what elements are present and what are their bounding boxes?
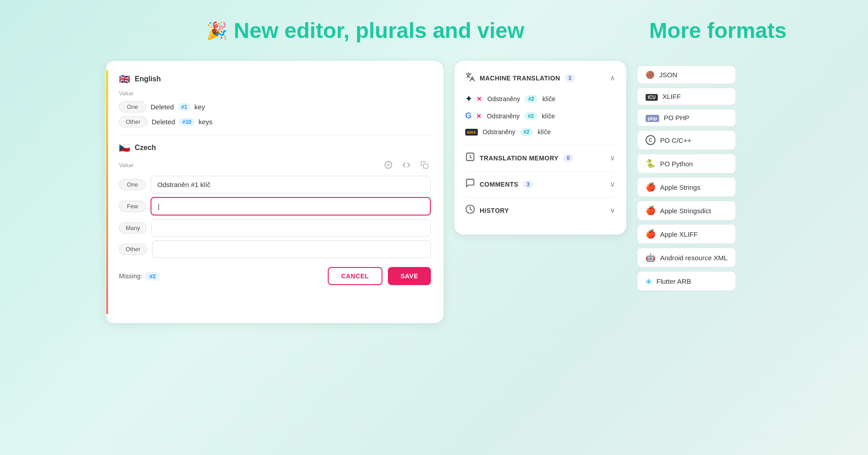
check-icon[interactable] — [382, 159, 395, 171]
comments-section[interactable]: COMMENTS 3 ∨ — [465, 178, 615, 190]
save-button[interactable]: SAVE — [388, 267, 431, 285]
mt-entry-google[interactable]: G ✕ Odstraněny #2 klíče — [465, 108, 615, 123]
english-key-other: keys — [198, 118, 212, 126]
format-apple-strings[interactable]: 🍎 Apple Strings — [637, 177, 736, 197]
cancel-button[interactable]: CANCEL — [328, 267, 382, 285]
comments-chevron: ∨ — [610, 180, 615, 188]
czech-value-label: Value — [119, 162, 133, 169]
czech-input-one[interactable] — [151, 176, 431, 193]
format-apple-strings-label: Apple Strings — [660, 183, 700, 191]
copy-icon[interactable] — [418, 159, 431, 171]
svg-rect-1 — [424, 164, 428, 169]
apple-stringsdict-icon: 🍎 — [646, 206, 656, 216]
english-badge-one: #1 — [178, 103, 191, 111]
format-apple-stringsdict[interactable]: 🍎 Apple Stringsdict — [637, 201, 736, 220]
mt-google-badge: #2 — [524, 112, 537, 120]
translation-memory-section[interactable]: TRANSLATION MEMORY 0 ∨ — [465, 152, 615, 164]
czech-tag-one: One — [119, 179, 146, 190]
english-lang-name: English — [135, 75, 161, 83]
format-icu-xliff-label: XLIFF — [662, 93, 681, 100]
english-deleted-one: Deleted — [151, 103, 174, 111]
machine-translation-title: MACHINE TRANSLATION — [480, 75, 560, 82]
format-json-label: JSON — [659, 71, 677, 79]
history-section[interactable]: HISTORY ∨ — [465, 204, 615, 216]
json-icon: 🟤 — [646, 70, 655, 79]
mt-entry-aws[interactable]: aws Odstraněny #2 klíče — [465, 125, 615, 139]
mt-deepl-text: Odstraněny — [487, 95, 520, 103]
translation-memory-count: 0 — [563, 154, 574, 162]
czech-plural-one: One — [119, 176, 431, 193]
php-icon: php — [646, 114, 659, 122]
c-icon: C — [646, 135, 656, 145]
czech-plural-few: Few — [119, 197, 431, 216]
comments-title: COMMENTS — [480, 181, 519, 188]
format-android-xml-label: Android resource XML — [660, 254, 727, 262]
machine-translation-count: 3 — [565, 74, 575, 82]
deepl-x-icon: ✕ — [476, 95, 482, 103]
mt-google-text: Odstraněny — [487, 113, 519, 120]
czech-input-few[interactable] — [151, 197, 431, 216]
format-apple-stringsdict-label: Apple Stringsdict — [660, 207, 711, 215]
czech-input-other[interactable] — [152, 240, 431, 258]
format-po-php[interactable]: php PO PHP — [637, 109, 736, 127]
english-plural-other: Other Deleted #10 keys — [119, 116, 431, 127]
python-icon: 🐍 — [646, 159, 656, 169]
code-icon[interactable] — [400, 159, 413, 171]
history-icon — [465, 204, 475, 216]
mt-deepl-suffix: klíče — [542, 95, 556, 103]
format-apple-xliff[interactable]: 🍎 Apple XLIFF — [637, 224, 736, 244]
more-formats-title: More formats — [649, 18, 787, 43]
format-apple-xliff-label: Apple XLIFF — [660, 230, 698, 238]
czech-plural-many: Many — [119, 219, 431, 237]
format-po-cpp[interactable]: C PO C/C++ — [637, 130, 736, 150]
czech-input-many[interactable] — [151, 219, 431, 237]
translation-memory-chevron: ∨ — [610, 154, 615, 162]
english-tag-one: One — [119, 101, 146, 113]
formats-section: 🟤 JSON ICU XLIFF php PO PHP C PO C/C++ — [637, 61, 764, 291]
format-flutter-arb[interactable]: ◈ Flutter ARB — [637, 271, 736, 291]
aws-icon: aws — [465, 129, 478, 136]
google-x-icon: ✕ — [476, 113, 481, 120]
missing-count: #2 — [145, 272, 160, 281]
history-title: HISTORY — [480, 207, 509, 214]
mt-aws-badge: #2 — [520, 128, 533, 136]
english-plural-one: One Deleted #1 key — [119, 101, 431, 113]
machine-translation-section[interactable]: MACHINE TRANSLATION 3 ∧ — [465, 72, 615, 84]
google-icon: G — [465, 111, 472, 121]
editor-panel: 🇬🇧 English Value One Deleted #1 key Othe… — [104, 61, 443, 323]
czech-lang-name: Czech — [135, 144, 156, 152]
missing-label: Missing: — [119, 272, 142, 280]
czech-flag: 🇨🇿 — [119, 142, 130, 153]
apple-strings-icon: 🍎 — [646, 182, 656, 192]
mt-google-suffix: klíče — [542, 113, 555, 120]
format-po-python[interactable]: 🐍 PO Python — [637, 154, 736, 174]
format-icu-xliff[interactable]: ICU XLIFF — [637, 88, 736, 105]
english-flag: 🇬🇧 — [119, 74, 130, 84]
english-badge-other: #10 — [179, 118, 195, 126]
translation-memory-title: TRANSLATION MEMORY — [480, 155, 559, 162]
flutter-icon: ◈ — [646, 276, 652, 286]
android-icon: 🤖 — [646, 253, 656, 263]
czech-tag-few: Few — [119, 201, 146, 212]
format-po-python-label: PO Python — [660, 160, 693, 168]
missing-indicator: Missing: #2 — [119, 272, 160, 281]
mt-entry-deepl[interactable]: ✦ ✕ Odstraněny #2 klíče — [465, 91, 615, 107]
format-json[interactable]: 🟤 JSON — [637, 66, 736, 84]
party-icon: 🎉 — [206, 21, 227, 41]
czech-plural-other: Other — [119, 240, 431, 258]
format-android-xml[interactable]: 🤖 Android resource XML — [637, 248, 736, 267]
format-po-cpp-label: PO C/C++ — [660, 136, 691, 144]
icu-xliff-icon: ICU — [646, 93, 658, 100]
deepl-icon: ✦ — [465, 94, 472, 104]
comments-count: 3 — [523, 180, 533, 188]
right-panel: MACHINE TRANSLATION 3 ∧ ✦ ✕ Odstraněny #… — [454, 61, 626, 235]
mt-aws-suffix: klíče — [538, 128, 551, 136]
czech-tag-many: Many — [119, 222, 147, 234]
english-key-one: key — [194, 103, 205, 111]
mt-deepl-badge: #2 — [524, 95, 538, 103]
format-flutter-arb-label: Flutter ARB — [656, 277, 691, 285]
czech-tag-other: Other — [119, 244, 147, 255]
english-tag-other: Other — [119, 116, 147, 127]
editor-footer: Missing: #2 CANCEL SAVE — [119, 267, 431, 285]
translation-memory-icon — [465, 152, 475, 164]
